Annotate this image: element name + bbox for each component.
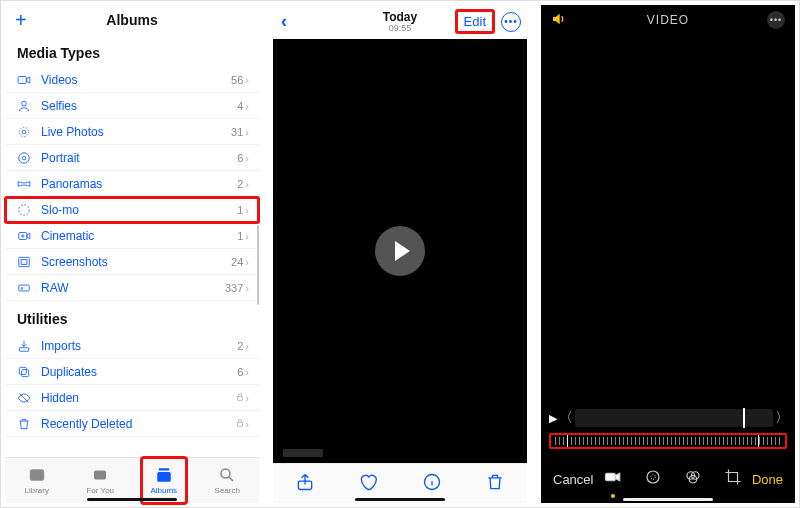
row-count: 337 — [225, 282, 243, 294]
row-count: 6 — [237, 366, 243, 378]
tab-label: For You — [86, 486, 114, 495]
row-screenshots[interactable]: Screenshots 24 › — [5, 249, 259, 275]
row-recently-deleted[interactable]: Recently Deleted › — [5, 411, 259, 437]
more-button[interactable]: ••• — [767, 11, 785, 29]
portrait-icon — [15, 151, 33, 165]
row-cinematic[interactable]: Cinematic 1 › — [5, 223, 259, 249]
svg-point-6 — [19, 204, 30, 215]
row-slo-mo[interactable]: Slo-mo 1 › — [5, 197, 259, 223]
row-live-photos[interactable]: Live Photos 31 › — [5, 119, 259, 145]
row-videos[interactable]: Videos 56 › — [5, 67, 259, 93]
share-button[interactable] — [295, 472, 315, 496]
home-indicator[interactable] — [623, 498, 713, 501]
svg-rect-9 — [19, 257, 30, 266]
row-imports[interactable]: Imports 2 › — [5, 333, 259, 359]
trim-handle-left[interactable]: 〈 — [561, 409, 571, 427]
chevron-right-icon: › — [245, 418, 249, 430]
info-button[interactable] — [422, 472, 442, 496]
row-label: RAW — [41, 281, 225, 295]
row-label: Videos — [41, 73, 231, 87]
svg-rect-20 — [94, 471, 106, 480]
edit-tools — [593, 468, 751, 490]
chevron-right-icon: › — [245, 152, 249, 164]
row-panoramas[interactable]: Panoramas 2 › — [5, 171, 259, 197]
tab-albums[interactable]: Albums — [132, 458, 196, 503]
row-count: 6 — [237, 152, 243, 164]
tab-for-you[interactable]: For You — [69, 458, 133, 503]
row-label: Recently Deleted — [41, 417, 235, 431]
svg-rect-18 — [30, 470, 44, 481]
trim-row: ▶ 〈 〉 — [549, 409, 787, 427]
svg-point-2 — [22, 130, 26, 134]
svg-text:R: R — [21, 285, 24, 290]
cinematic-icon — [15, 229, 33, 243]
scrubber-thumbnail[interactable] — [283, 449, 323, 457]
tool-adjust[interactable] — [644, 468, 662, 490]
tab-label: Library — [25, 486, 49, 495]
chevron-right-icon: › — [245, 340, 249, 352]
live-photos-icon — [15, 125, 33, 139]
utilities-heading: Utilities — [5, 301, 259, 333]
more-button[interactable]: ••• — [501, 12, 521, 32]
chevron-right-icon: › — [245, 178, 249, 190]
albums-title: Albums — [106, 12, 157, 28]
add-album-button[interactable]: + — [15, 9, 27, 32]
playhead[interactable] — [743, 408, 745, 428]
chevron-right-icon: › — [245, 74, 249, 86]
row-hidden[interactable]: Hidden › — [5, 385, 259, 411]
play-button[interactable] — [375, 226, 425, 276]
chevron-right-icon: › — [245, 126, 249, 138]
row-selfies[interactable]: Selfies 4 › — [5, 93, 259, 119]
svg-rect-26 — [605, 473, 615, 481]
edit-button[interactable]: Edit — [455, 9, 495, 34]
home-indicator[interactable] — [355, 498, 445, 501]
video-preview-screen: ‹ Today 09:55 Edit ••• — [273, 5, 527, 503]
cancel-button[interactable]: Cancel — [553, 472, 593, 487]
row-duplicates[interactable]: Duplicates 6 › — [5, 359, 259, 385]
scrollbar[interactable] — [257, 225, 259, 305]
row-count: 31 — [231, 126, 243, 138]
svg-rect-10 — [21, 259, 27, 264]
row-label: Portrait — [41, 151, 237, 165]
svg-point-5 — [19, 152, 30, 163]
row-label: Slo-mo — [41, 203, 237, 217]
preview-title: Today — [383, 11, 417, 23]
duplicate-icon — [15, 365, 33, 379]
tab-label: Search — [215, 486, 240, 495]
row-count: 24 — [231, 256, 243, 268]
back-button[interactable]: ‹ — [281, 11, 287, 32]
favorite-button[interactable] — [358, 472, 378, 496]
svg-rect-13 — [19, 347, 28, 351]
svg-point-1 — [22, 101, 27, 106]
tool-video[interactable] — [604, 468, 622, 490]
row-raw[interactable]: R RAW 337 › — [5, 275, 259, 301]
row-count: 1 — [237, 230, 243, 242]
trim-track[interactable] — [575, 409, 773, 427]
play-button[interactable]: ▶ — [549, 412, 557, 425]
row-label: Hidden — [41, 391, 235, 405]
video-edit-screen: VIDEO ••• ▶ 〈 〉 Cancel Done — [541, 5, 795, 503]
svg-point-3 — [19, 127, 28, 136]
tool-crop[interactable] — [724, 468, 742, 490]
row-portrait[interactable]: Portrait 6 › — [5, 145, 259, 171]
home-indicator[interactable] — [87, 498, 177, 501]
slomo-speed-slider[interactable] — [555, 437, 781, 445]
tool-filters[interactable] — [684, 468, 702, 490]
preview-subtitle: 09:55 — [389, 23, 412, 33]
volume-button[interactable] — [551, 11, 567, 30]
trim-handle-right[interactable]: 〉 — [777, 409, 787, 427]
tab-library[interactable]: Library — [5, 458, 69, 503]
chevron-right-icon: › — [245, 100, 249, 112]
chevron-right-icon: › — [245, 256, 249, 268]
tab-search[interactable]: Search — [196, 458, 260, 503]
row-count: 2 — [237, 340, 243, 352]
video-area[interactable] — [541, 35, 795, 403]
row-count: 2 — [237, 178, 243, 190]
done-button[interactable]: Done — [752, 472, 783, 487]
row-label: Screenshots — [41, 255, 231, 269]
row-count: 1 — [237, 204, 243, 216]
albums-header: + Albums — [5, 5, 259, 35]
row-label: Imports — [41, 339, 237, 353]
delete-button[interactable] — [485, 472, 505, 496]
video-area[interactable] — [273, 39, 527, 463]
